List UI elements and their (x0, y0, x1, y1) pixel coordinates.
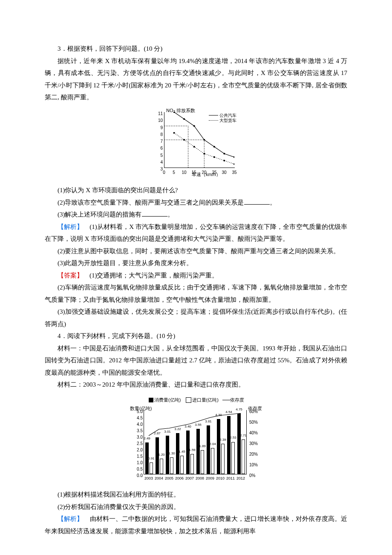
chart2-line (144, 410, 246, 474)
svg-point-7 (203, 139, 205, 141)
c2-xtick: 2010 (215, 475, 225, 482)
svg-point-11 (173, 132, 175, 133)
c2-ytick-r: 30% (249, 439, 259, 448)
c2-xtick: 2006 (174, 475, 184, 482)
explanation-label: 【解析】 (58, 223, 83, 230)
c2-ytick-r: 40% (249, 429, 259, 437)
c1-xtick: 10 (181, 168, 187, 176)
q3-sub1: (1)你认为 X 市环境面临的突出问题是什么? (45, 184, 347, 197)
explanation-label: 【解析】 (58, 515, 83, 522)
chart2-container: 消费量(亿吨) 进口量(亿吨) 依存度 数量(亿吨) 依存度 2.490.912… (45, 393, 347, 486)
c2-xtick: 2012 (236, 475, 246, 482)
c2-ytick-r: 0% (249, 471, 259, 480)
q3-title: 3．根据资料，回答下列问题。(10 分) (45, 43, 347, 55)
q4-material-2: 材料二：2003～2012 年中国原油消费量、进口量和进口依存度图。 (45, 379, 347, 391)
chart1-xlabel: 车速（km/h） (192, 170, 221, 179)
c1-xtick: 5 (171, 168, 177, 176)
q3-explanation-3: (3)此题为开放性题目，要注意从多角度来分析。 (45, 257, 347, 269)
c1-ytick: 5 (158, 151, 163, 159)
oil-consumption-chart: 数量(亿吨) 依存度 2.490.912.871.203.011.303.221… (130, 405, 262, 486)
c1-xtick: 30 (221, 168, 227, 176)
c1-ytick: 9 (158, 124, 163, 132)
answer-label: 【答案】 (58, 272, 83, 279)
svg-point-12 (183, 139, 185, 141)
q4-material-1: 材料一：中国是石油消费和进口大国，从全球范围看，中国仅次于美国。1993 年开始… (45, 342, 347, 379)
chart1-legend: 公共汽车 大型货车 (209, 113, 236, 123)
c2-ytick-r: 50% (249, 418, 259, 426)
q3-sub2: (2)导致该市空气质量下降、酸雨严重与交通三者之间的因果关系是。 (45, 197, 347, 209)
q3-answer-3: (3)加强交通基础设施建设，优先发展公交；提高车速；提倡环保生活(近距离步行或以… (45, 306, 347, 330)
chart1-container: NO₂ 排放系数 公共汽车 大型货车 3 (45, 106, 347, 182)
q3-sub3: (3)解决上述环境问题的措施有。 (45, 208, 347, 221)
q4-sub2: (2)分析我国石油消费量仅次于美国的原因。 (45, 501, 347, 513)
q3-answer-2: (2)车辆的营运速度与氮氧化物排放量成反比；由于交通拥堵，车速下降，氮氧化物排放… (45, 281, 347, 306)
q4-sub1: (1)根据材料描述我国石油利用方面的特征。 (45, 489, 347, 501)
c1-ytick: 11 (158, 110, 163, 118)
blank-input[interactable] (244, 198, 270, 205)
svg-point-5 (183, 118, 185, 120)
c2-xtick: 2008 (195, 475, 205, 482)
svg-point-8 (213, 146, 215, 147)
q3-answer-1: 【答案】 (1)交通拥堵；大气污染严重，酸雨污染严重。 (45, 269, 347, 282)
svg-point-10 (233, 156, 234, 158)
c2-xtick: 2005 (164, 475, 174, 482)
blank-input[interactable] (142, 210, 167, 217)
q4-title: 4．阅读下列材料，完成下列各题。(10 分) (45, 330, 347, 342)
c2-ytick-r: 20% (249, 450, 259, 458)
q4-explanation: 【解析】 由材料一、二中数据的对比，可知我国石油消费量大，进口增长速率快，对外依… (45, 513, 347, 537)
q3-explanation-1: 【解析】 (1)从材料看，X 市汽车数量明显增加，公交车辆的运营速度在下降，全市… (45, 221, 347, 245)
svg-point-14 (203, 153, 205, 154)
c2-xtick: 2003 (144, 475, 154, 482)
svg-point-6 (193, 125, 195, 127)
c2-xtick: 2009 (205, 475, 215, 482)
c2-xtick: 2007 (184, 475, 195, 482)
c2-ytick-r: 10% (249, 461, 259, 469)
svg-point-15 (213, 156, 215, 158)
c1-xtick: 0 (161, 168, 167, 176)
c2-xtick: 2004 (154, 475, 164, 482)
svg-point-13 (193, 146, 195, 147)
c2-xtick: 2011 (225, 475, 236, 482)
svg-point-4 (173, 112, 175, 113)
svg-point-17 (233, 163, 234, 165)
svg-point-16 (223, 159, 225, 161)
no2-emission-chart: NO₂ 排放系数 公共汽车 大型货车 3 (153, 108, 239, 176)
c2-ytick-l: 5.0 (136, 408, 143, 416)
chart2-legend: 消费量(亿吨) 进口量(亿吨) 依存度 (130, 396, 262, 405)
q3-passage: 据统计，近年来 X 市机动车保有量以年均 19.4%的速度递增，2014 年该市… (45, 55, 347, 104)
c1-xtick: 35 (231, 168, 237, 176)
c2-ytick-r: 60% (249, 408, 259, 416)
svg-point-9 (223, 153, 225, 154)
q3-explanation-2: (2)要注意从图中获取信息，同时，要阐述该市空气质量下降、酸雨严重与交通三者之间… (45, 245, 347, 257)
